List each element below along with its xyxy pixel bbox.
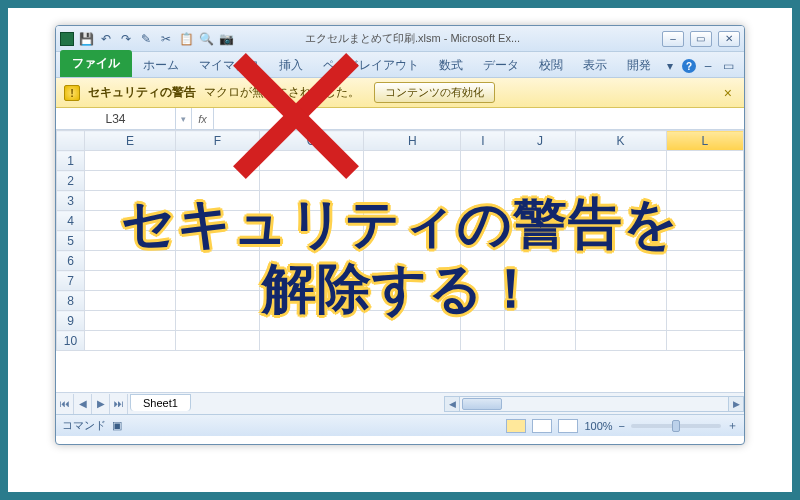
row-header[interactable]: 4	[57, 211, 85, 231]
tab-formulas[interactable]: 数式	[430, 53, 472, 77]
row-header[interactable]: 6	[57, 251, 85, 271]
tab-home[interactable]: ホーム	[134, 53, 188, 77]
qat-save-icon[interactable]: 💾	[78, 31, 94, 47]
doc-restore-icon[interactable]: ▭	[720, 58, 736, 74]
name-box-dropdown[interactable]: ▾	[176, 108, 192, 129]
sheet-nav-first[interactable]: ⏮	[56, 394, 74, 414]
col-header[interactable]: E	[85, 131, 176, 151]
row-header[interactable]: 3	[57, 191, 85, 211]
view-normal-button[interactable]	[506, 419, 526, 433]
qat-cut-icon[interactable]: ✂	[158, 31, 174, 47]
tab-pagelayout[interactable]: ページレイアウト	[314, 53, 428, 77]
name-box[interactable]: L34	[56, 108, 176, 129]
formula-input[interactable]	[214, 108, 744, 129]
tab-file[interactable]: ファイル	[60, 50, 132, 77]
title-bar: 💾 ↶ ↷ ✎ ✂ 📋 🔍 📷 エクセルまとめて印刷.xlsm - Micros…	[56, 26, 744, 52]
status-mode: コマンド	[62, 418, 106, 433]
qat-paste-icon[interactable]: 📋	[178, 31, 194, 47]
sheet-tab-bar: ⏮ ◀ ▶ ⏭ Sheet1 ◀ ▶	[56, 392, 744, 414]
status-bar: コマンド ▣ 100% − ＋	[56, 414, 744, 436]
sheet-tab[interactable]: Sheet1	[130, 394, 191, 411]
col-header-selected[interactable]: L	[666, 131, 743, 151]
minimize-button[interactable]: –	[662, 31, 684, 47]
fx-button[interactable]: fx	[192, 108, 214, 129]
security-message: マクロが無効にされました。	[204, 84, 360, 101]
macro-record-icon[interactable]: ▣	[112, 419, 122, 432]
qat-camera-icon[interactable]: 📷	[218, 31, 234, 47]
tab-review[interactable]: 校閲	[530, 53, 572, 77]
zoom-level[interactable]: 100%	[584, 420, 612, 432]
view-pagebreak-button[interactable]	[558, 419, 578, 433]
formula-bar: L34 ▾ fx	[56, 108, 744, 130]
view-pagelayout-button[interactable]	[532, 419, 552, 433]
close-button[interactable]: ✕	[718, 31, 740, 47]
qat-redo-icon[interactable]: ↷	[118, 31, 134, 47]
zoom-thumb[interactable]	[672, 420, 680, 432]
tab-data[interactable]: データ	[474, 53, 528, 77]
row-header[interactable]: 5	[57, 231, 85, 251]
horizontal-scrollbar[interactable]: ◀ ▶	[444, 396, 744, 412]
ribbon-tabs: ファイル ホーム マイマクロ 挿入 ページレイアウト 数式 データ 校閲 表示 …	[56, 52, 744, 78]
hscroll-track[interactable]	[460, 396, 728, 412]
row-header[interactable]: 1	[57, 151, 85, 171]
doc-minimize-icon[interactable]: –	[700, 58, 716, 74]
tab-developer[interactable]: 開発	[618, 53, 660, 77]
row-header[interactable]: 2	[57, 171, 85, 191]
tab-insert[interactable]: 挿入	[270, 53, 312, 77]
hscroll-left[interactable]: ◀	[444, 396, 460, 412]
row-header[interactable]: 8	[57, 291, 85, 311]
hscroll-thumb[interactable]	[462, 398, 502, 410]
ribbon-minimize-icon[interactable]: ▾	[662, 58, 678, 74]
col-header[interactable]: H	[364, 131, 461, 151]
sheet-nav-prev[interactable]: ◀	[74, 394, 92, 414]
qat-undo-icon[interactable]: ↶	[98, 31, 114, 47]
zoom-in-button[interactable]: ＋	[727, 418, 738, 433]
security-warning-bar: ! セキュリティの警告 マクロが無効にされました。 コンテンツの有効化 ×	[56, 78, 744, 108]
col-header[interactable]: G	[259, 131, 363, 151]
row-header[interactable]: 10	[57, 331, 85, 351]
col-header[interactable]: I	[461, 131, 505, 151]
help-icon[interactable]: ?	[682, 59, 696, 73]
zoom-slider[interactable]	[631, 424, 721, 428]
hscroll-right[interactable]: ▶	[728, 396, 744, 412]
tab-view[interactable]: 表示	[574, 53, 616, 77]
window-title: エクセルまとめて印刷.xlsm - Microsoft Ex...	[305, 31, 520, 46]
excel-icon	[60, 32, 74, 46]
security-close-button[interactable]: ×	[720, 85, 736, 101]
row-header[interactable]: 7	[57, 271, 85, 291]
qat-preview-icon[interactable]: 🔍	[198, 31, 214, 47]
qat: 💾 ↶ ↷ ✎ ✂ 📋 🔍 📷	[60, 31, 234, 47]
qat-edit-icon[interactable]: ✎	[138, 31, 154, 47]
sheet-nav-next[interactable]: ▶	[92, 394, 110, 414]
select-all-corner[interactable]	[57, 131, 85, 151]
zoom-out-button[interactable]: −	[619, 420, 625, 432]
col-header[interactable]: J	[505, 131, 576, 151]
doc-close-icon[interactable]: ✕	[740, 58, 745, 74]
enable-content-button[interactable]: コンテンツの有効化	[374, 82, 495, 103]
col-header[interactable]: F	[175, 131, 259, 151]
worksheet-grid[interactable]: E F G H I J K L 1 2 3 4 5 6 7 8 9 10	[56, 130, 744, 392]
column-headers: E F G H I J K L	[57, 131, 744, 151]
maximize-button[interactable]: ▭	[690, 31, 712, 47]
row-header[interactable]: 9	[57, 311, 85, 331]
sheet-nav-last[interactable]: ⏭	[110, 394, 128, 414]
tab-mymacro[interactable]: マイマクロ	[190, 53, 268, 77]
window-buttons: – ▭ ✕	[662, 31, 740, 47]
security-title: セキュリティの警告	[88, 84, 196, 101]
col-header[interactable]: K	[575, 131, 666, 151]
shield-icon: !	[64, 85, 80, 101]
excel-window: 💾 ↶ ↷ ✎ ✂ 📋 🔍 📷 エクセルまとめて印刷.xlsm - Micros…	[55, 25, 745, 445]
